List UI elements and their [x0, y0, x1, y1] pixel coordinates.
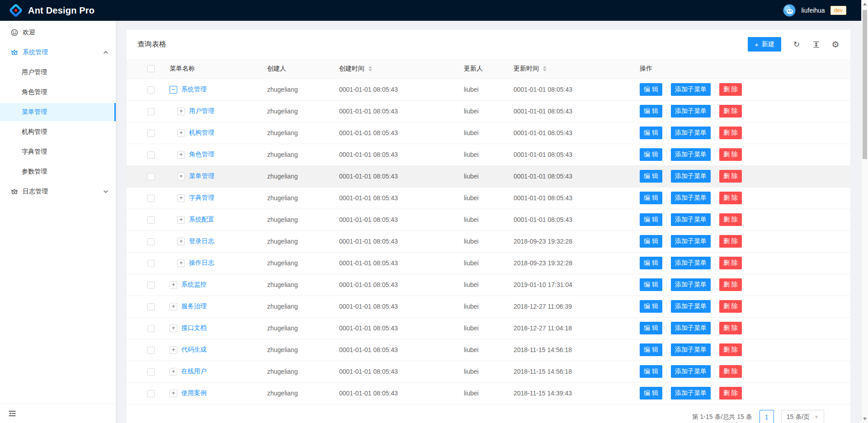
- edit-button[interactable]: 编 辑: [640, 278, 662, 291]
- column-height-icon[interactable]: [812, 40, 820, 48]
- expand-row-icon[interactable]: +: [177, 108, 185, 115]
- delete-button[interactable]: 删 除: [719, 170, 742, 183]
- add-submenu-button[interactable]: 添加子菜单: [671, 213, 711, 226]
- edit-button[interactable]: 编 辑: [640, 170, 662, 183]
- delete-button[interactable]: 删 除: [719, 257, 742, 269]
- row-checkbox[interactable]: [147, 282, 155, 289]
- add-submenu-button[interactable]: 添加子菜单: [671, 192, 711, 204]
- row-checkbox[interactable]: [147, 130, 155, 137]
- expand-row-icon[interactable]: +: [170, 281, 177, 289]
- menu-name-link[interactable]: 在线用户: [181, 367, 207, 376]
- add-submenu-button[interactable]: 添加子菜单: [671, 127, 711, 139]
- sidebar-item-log-management[interactable]: 日志管理: [0, 183, 116, 201]
- delete-button[interactable]: 删 除: [719, 343, 742, 356]
- row-checkbox[interactable]: [147, 303, 155, 310]
- edit-button[interactable]: 编 辑: [640, 387, 662, 400]
- menu-name-link[interactable]: 系统管理: [181, 85, 207, 94]
- row-checkbox[interactable]: [147, 86, 155, 94]
- expand-row-icon[interactable]: +: [177, 259, 185, 267]
- expand-row-icon[interactable]: +: [170, 324, 177, 332]
- expand-row-icon[interactable]: +: [177, 151, 185, 159]
- row-checkbox[interactable]: [147, 368, 155, 376]
- new-button[interactable]: + 新建: [748, 37, 781, 52]
- edit-button[interactable]: 编 辑: [640, 365, 662, 378]
- pagination-page-1[interactable]: 1: [760, 410, 774, 423]
- sidebar-item-menu-management[interactable]: 菜单管理: [0, 103, 116, 121]
- delete-button[interactable]: 删 除: [719, 387, 742, 400]
- add-submenu-button[interactable]: 添加子菜单: [671, 235, 711, 248]
- sidebar-item-param-management[interactable]: 参数管理: [0, 163, 116, 181]
- expand-row-icon[interactable]: +: [170, 390, 177, 397]
- row-checkbox[interactable]: [147, 325, 155, 332]
- edit-button[interactable]: 编 辑: [640, 127, 662, 139]
- menu-name-link[interactable]: 菜单管理: [189, 172, 214, 180]
- expand-row-icon[interactable]: +: [177, 129, 185, 137]
- row-checkbox[interactable]: [147, 151, 155, 159]
- add-submenu-button[interactable]: 添加子菜单: [671, 365, 711, 378]
- sidebar-item-org-management[interactable]: 机构管理: [0, 123, 116, 141]
- add-submenu-button[interactable]: 添加子菜单: [671, 170, 711, 183]
- row-checkbox[interactable]: [147, 260, 155, 267]
- delete-button[interactable]: 删 除: [719, 365, 742, 378]
- reload-icon[interactable]: ↻: [793, 40, 801, 48]
- menu-name-link[interactable]: 字典管理: [189, 194, 214, 202]
- row-checkbox[interactable]: [147, 195, 155, 202]
- row-checkbox[interactable]: [147, 216, 155, 224]
- add-submenu-button[interactable]: 添加子菜单: [671, 83, 711, 96]
- menu-name-link[interactable]: 机构管理: [189, 129, 214, 137]
- add-submenu-button[interactable]: 添加子菜单: [671, 148, 711, 161]
- scroll-up-arrow-icon[interactable]: [863, 3, 867, 5]
- sidebar-item-role-management[interactable]: 角色管理: [0, 83, 116, 101]
- menu-name-link[interactable]: 系统监控: [181, 281, 207, 289]
- row-checkbox[interactable]: [147, 108, 155, 115]
- row-checkbox[interactable]: [147, 238, 155, 245]
- edit-button[interactable]: 编 辑: [640, 257, 662, 269]
- expand-row-icon[interactable]: +: [177, 238, 185, 245]
- edit-button[interactable]: 编 辑: [640, 343, 662, 356]
- row-checkbox[interactable]: [147, 173, 155, 180]
- delete-button[interactable]: 删 除: [719, 83, 742, 96]
- expand-row-icon[interactable]: +: [177, 194, 185, 202]
- delete-button[interactable]: 删 除: [719, 148, 742, 161]
- menu-name-link[interactable]: 系统配置: [189, 216, 214, 224]
- header-user-area[interactable]: liufeihua dev: [783, 4, 846, 17]
- edit-button[interactable]: 编 辑: [640, 83, 662, 96]
- menu-name-link[interactable]: 接口文档: [181, 324, 207, 332]
- edit-button[interactable]: 编 辑: [640, 213, 662, 226]
- add-submenu-button[interactable]: 添加子菜单: [671, 322, 711, 334]
- select-all-checkbox[interactable]: [147, 65, 155, 72]
- logo[interactable]: Ant Design Pro: [9, 4, 94, 17]
- menu-name-link[interactable]: 登录日志: [189, 237, 214, 245]
- add-submenu-button[interactable]: 添加子菜单: [671, 257, 711, 269]
- menu-name-link[interactable]: 操作日志: [189, 259, 214, 267]
- expand-row-icon[interactable]: +: [177, 173, 185, 180]
- sidebar-item-system-management[interactable]: 系统管理: [0, 43, 116, 61]
- row-checkbox[interactable]: [147, 390, 155, 397]
- add-submenu-button[interactable]: 添加子菜单: [671, 105, 711, 118]
- edit-button[interactable]: 编 辑: [640, 192, 662, 204]
- delete-button[interactable]: 删 除: [719, 278, 742, 291]
- edit-button[interactable]: 编 辑: [640, 148, 662, 161]
- settings-gear-icon[interactable]: ⚙: [831, 40, 840, 48]
- add-submenu-button[interactable]: 添加子菜单: [671, 343, 711, 356]
- row-checkbox[interactable]: [147, 347, 155, 354]
- expand-row-icon[interactable]: +: [170, 303, 177, 310]
- menu-name-link[interactable]: 角色管理: [189, 150, 214, 159]
- menu-name-link[interactable]: 用户管理: [189, 107, 214, 115]
- user-avatar[interactable]: [783, 4, 796, 17]
- menu-name-link[interactable]: 服务治理: [181, 302, 207, 310]
- edit-button[interactable]: 编 辑: [640, 300, 662, 313]
- menu-name-link[interactable]: 使用案例: [181, 389, 207, 397]
- scrollbar-thumb[interactable]: [863, 10, 867, 159]
- scroll-down-arrow-icon[interactable]: [863, 418, 867, 420]
- delete-button[interactable]: 删 除: [719, 235, 742, 248]
- delete-button[interactable]: 删 除: [719, 127, 742, 139]
- expand-row-icon[interactable]: +: [170, 368, 177, 376]
- add-submenu-button[interactable]: 添加子菜单: [671, 387, 711, 400]
- sidebar-item-welcome[interactable]: 欢迎: [0, 24, 116, 42]
- delete-button[interactable]: 删 除: [719, 300, 742, 313]
- collapse-row-icon[interactable]: −: [170, 86, 177, 94]
- sort-created-time[interactable]: 创建时间: [339, 65, 372, 73]
- expand-row-icon[interactable]: +: [170, 346, 177, 354]
- page-size-select[interactable]: 15 条/页 ▼: [781, 410, 824, 423]
